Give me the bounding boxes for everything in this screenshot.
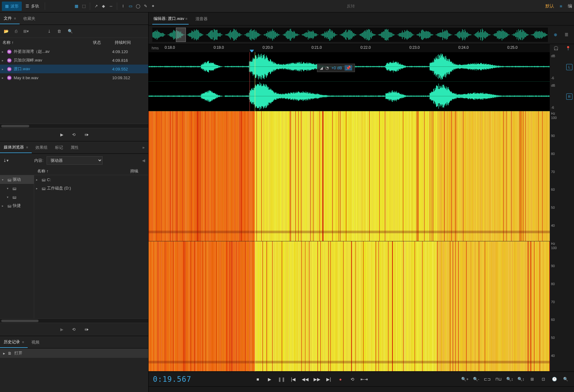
tool-time-select-icon[interactable]: I (120, 3, 126, 10)
workspace-default-link[interactable]: 默认 (545, 3, 554, 9)
file-scrollbar[interactable] (0, 124, 148, 128)
tool-lasso-icon[interactable]: ◯ (135, 3, 141, 10)
channel-L-button[interactable]: L (566, 64, 572, 70)
skip-back-button[interactable]: |◀ (289, 375, 298, 384)
overview-waveform[interactable] (152, 28, 548, 42)
col-status[interactable]: 状态 (93, 40, 115, 45)
open-file-icon[interactable]: 📂 (3, 28, 9, 34)
file-autoplay-icon[interactable]: 🕪 (84, 132, 88, 137)
file-row[interactable]: ▸ ♒ 外婆澎湖湾（赵...av 4:09.120 (0, 47, 148, 56)
tab-effects[interactable]: 效果组 (32, 142, 51, 153)
tree-row[interactable]: ▾🖴驱动 (0, 175, 34, 184)
file-play-icon[interactable]: ▶ (60, 132, 63, 137)
stop-button[interactable]: ■ (254, 375, 262, 384)
zoom-in-icon[interactable]: 🔍+ (461, 375, 469, 383)
view-spectral-icon[interactable]: ⬚ (80, 3, 87, 10)
mode-multitrack-button[interactable]: ☰ 多轨 (22, 2, 42, 11)
hud-pin-icon[interactable]: 📌 (345, 65, 352, 71)
zoom-reset-v-icon[interactable]: ⊞ (528, 375, 536, 383)
tree-row[interactable]: ▾🖴 (0, 193, 34, 201)
history-item-open[interactable]: ▸ 🗎 打开 (0, 349, 148, 358)
pause-button[interactable]: ❚❚ (277, 375, 286, 384)
rewind-button[interactable]: ◀◀ (301, 375, 310, 384)
tab-editor[interactable]: 编辑器: 渡口.wav ≡ (152, 13, 189, 25)
media-scrollbar[interactable] (0, 318, 148, 323)
chevron-icon[interactable]: ▾ (7, 195, 11, 199)
tab-mixer[interactable]: 混音器 (194, 14, 209, 24)
tab-video[interactable]: 视频 (28, 337, 43, 348)
tool-brush-icon[interactable]: ✎ (142, 3, 149, 10)
tool-slip-icon[interactable]: ↔ (108, 3, 114, 10)
chevron-icon[interactable]: ▾ (2, 178, 6, 181)
view-waveform-icon[interactable]: ▦ (73, 3, 80, 10)
media-col-name[interactable]: 名称 ↑ (37, 168, 130, 174)
snap-icon[interactable]: 🎧 (552, 44, 560, 52)
chevron-icon[interactable]: ▾ (7, 187, 11, 190)
gain-hud[interactable]: ◢ ◔ +0 dB 📌 (317, 64, 355, 72)
file-loop-icon[interactable]: ⟲ (72, 132, 76, 137)
skip-fwd-button[interactable]: ▶| (324, 375, 333, 384)
zoom-full-icon[interactable]: ⊏⊐ (483, 375, 491, 383)
download-icon[interactable]: ⤓▾ (3, 158, 9, 163)
tree-row[interactable]: ▸🖴快捷 (0, 201, 34, 210)
tab-history[interactable]: 历史记录 ≡ (0, 337, 28, 348)
import-icon[interactable]: ⤓ (46, 28, 52, 34)
workspace-edit-link[interactable]: 编 (568, 3, 572, 9)
tab-menu-icon[interactable]: ≡ (13, 16, 16, 20)
tool-marquee-icon[interactable]: ▭ (127, 3, 134, 10)
channel-R-button[interactable]: R (566, 93, 572, 100)
media-play-icon[interactable]: ▶ (60, 327, 63, 332)
hud-db-value[interactable]: +0 dB (331, 66, 342, 70)
file-row[interactable]: ▸ ♒ 渡口.wav 4:09.552 (0, 65, 148, 73)
waveform-channel-L[interactable]: ◢ ◔ +0 dB 📌 (149, 52, 550, 82)
zoom-in-v-icon[interactable]: 🔍↕ (506, 375, 514, 383)
expand-arrow-icon[interactable]: ▸ (2, 59, 7, 62)
forward-button[interactable]: ▶▶ (313, 375, 321, 384)
hud-fade-icon[interactable]: ◢ (320, 66, 323, 70)
file-row[interactable]: ▸ ♒ May it be.wav 10:09.312 (0, 73, 148, 82)
pin-icon[interactable]: 📍 (564, 44, 572, 52)
tool-razor-icon[interactable]: ◆ (100, 3, 107, 10)
tab-favorites[interactable]: 收藏夹 (20, 13, 39, 24)
add-file-icon[interactable]: ⊞▾ (23, 28, 29, 34)
expand-arrow-icon[interactable]: ▸ (2, 76, 7, 80)
zoom-custom-icon[interactable]: ⊡ (539, 375, 547, 383)
tool-move-icon[interactable]: ↗ (93, 3, 99, 10)
workspace-menu-icon[interactable]: ≡ (560, 4, 562, 9)
zoom-sel-icon[interactable]: ⊓⊔ (494, 375, 503, 383)
waveform-display[interactable]: ◢ ◔ +0 dB 📌 (149, 52, 550, 371)
tree-row[interactable]: ▾🖴 (0, 184, 34, 193)
expand-arrow-icon[interactable]: ▸ (2, 67, 7, 71)
new-file-icon[interactable]: ⎙ (13, 28, 19, 34)
chevron-icon[interactable]: ▸ (2, 204, 6, 207)
tool-heal-icon[interactable]: ✦ (149, 3, 156, 10)
zoom-out-icon[interactable]: 🔍- (472, 375, 480, 383)
tab-markers[interactable]: 标记 (51, 142, 67, 153)
expand-arrow-icon[interactable]: ▸ (2, 50, 7, 53)
skip-selection-button[interactable]: ⇤⇥ (360, 375, 369, 384)
spectrogram-channel-R[interactable] (149, 241, 550, 371)
delete-icon[interactable]: 🗑 (56, 28, 62, 34)
file-row[interactable]: ▸ ♒ 贝加尔湖畔.wav 4:09.816 (0, 56, 148, 65)
chevron-icon[interactable]: ▸ (36, 178, 40, 181)
file-search-input[interactable] (73, 29, 116, 34)
spectrogram-channel-L[interactable] (149, 111, 550, 241)
waveform-channel-R[interactable] (149, 82, 550, 111)
media-autoplay-icon[interactable]: 🕪 (84, 327, 88, 332)
tree-row[interactable]: ▸🖴C: (34, 175, 148, 184)
zoom-time-icon[interactable]: 🕐 (550, 375, 558, 383)
mode-waveform-button[interactable]: ▦ 波形 (2, 2, 22, 11)
content-dropdown[interactable]: 驱动器 (47, 156, 103, 165)
loop-button[interactable]: ⟲ (348, 375, 357, 384)
media-col-dur[interactable]: 持续 (130, 168, 146, 174)
tab-overflow-icon[interactable]: » (139, 143, 148, 152)
tree-row[interactable]: ▸🖴工作磁盘 (D:) (34, 184, 148, 193)
timecode-display[interactable]: 0:19.567 (153, 375, 191, 384)
list-view-icon[interactable]: ☰ (563, 31, 570, 39)
tab-media-browser[interactable]: 媒体浏览器 ≡ (0, 142, 32, 153)
play-button[interactable]: ▶ (265, 375, 274, 384)
hud-volume-icon[interactable]: ◔ (325, 66, 329, 70)
nav-back-icon[interactable]: ◀ (142, 158, 145, 163)
tab-files[interactable]: 文件 ≡ (0, 13, 20, 24)
col-name[interactable]: 名称 ↑ (2, 40, 93, 45)
